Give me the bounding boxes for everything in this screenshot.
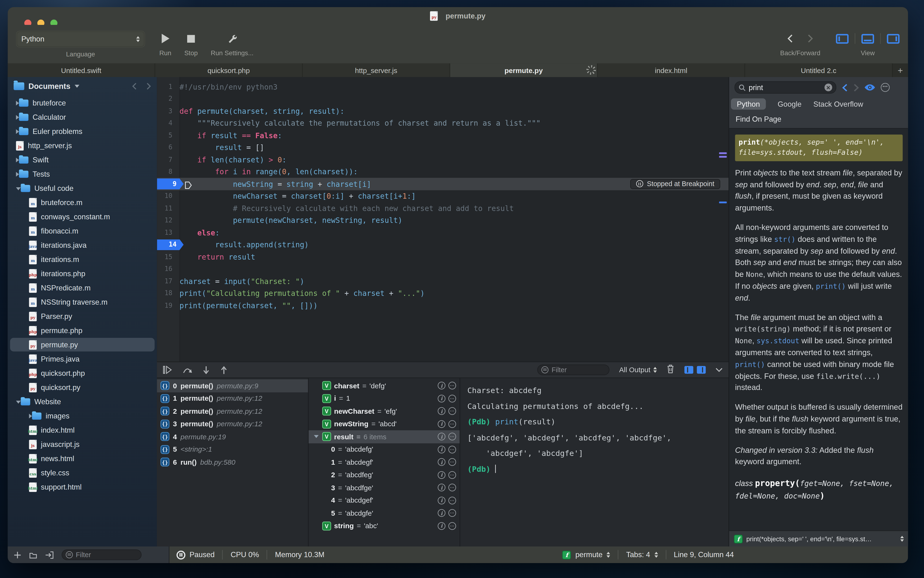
tree-item-quicksort.py[interactable]: pyquicksort.py — [8, 380, 157, 395]
stack-frame-3[interactable]: {}3permute()permute.py:12 — [157, 417, 308, 430]
variable-row-3[interactable]: 3='abcdfge'i... — [309, 481, 460, 494]
code-line-8[interactable]: 8 for i in range(0, len(charset)): — [157, 166, 729, 178]
tab-Untitled 2.c[interactable]: Untitled 2.c — [745, 63, 893, 77]
more-icon[interactable]: ... — [448, 420, 456, 428]
eye-icon[interactable] — [864, 84, 876, 91]
code-line-6[interactable]: 6 result = [] — [157, 141, 729, 153]
info-icon[interactable]: i — [438, 522, 446, 530]
tree-item-iterations.php[interactable]: phpiterations.php — [8, 267, 157, 281]
code-line-15[interactable]: 15 return result — [157, 251, 729, 263]
step-over-button[interactable] — [183, 366, 192, 374]
tree-item-NSString traverse.m[interactable]: mNSString traverse.m — [8, 295, 157, 309]
console-filter-input[interactable]: Filter — [537, 365, 610, 375]
sidebar-back-icon[interactable] — [132, 82, 137, 90]
more-icon[interactable]: ... — [448, 471, 456, 479]
info-icon[interactable]: i — [438, 458, 446, 466]
tab-http_server.js[interactable]: http_server.js — [303, 63, 450, 77]
tree-item-http_server.js[interactable]: jshttp_server.js — [8, 139, 157, 153]
code-line-12[interactable]: 12 permute(newCharset, newString, result… — [157, 214, 729, 226]
tab-index.html[interactable]: index.html — [598, 63, 745, 77]
info-icon[interactable]: i — [438, 382, 446, 390]
new-tab-button[interactable]: + — [893, 63, 908, 77]
variable-row-string[interactable]: Vstring='abc'i... — [309, 520, 460, 532]
variable-row-charset[interactable]: Vcharset='defg'i... — [309, 379, 460, 392]
stack-frame-2[interactable]: {}2permute()permute.py:12 — [157, 405, 308, 418]
variable-row-newString[interactable]: VnewString='abcd'i... — [309, 417, 460, 430]
tree-item-Tests[interactable]: Tests — [8, 167, 157, 181]
code-line-10[interactable]: 10 newCharset = charset[0:i] + charset[i… — [157, 190, 729, 202]
variable-row-0[interactable]: 0='abcdefg'i... — [309, 443, 460, 456]
more-icon[interactable]: ... — [448, 395, 456, 402]
add-file-icon[interactable] — [14, 551, 21, 559]
doc-forward-icon[interactable] — [854, 83, 859, 91]
doc-tab-Python[interactable]: Python — [731, 98, 766, 110]
tree-item-support.html[interactable]: htmlsupport.html — [8, 480, 157, 494]
reveal-in-finder-icon[interactable] — [45, 551, 54, 559]
info-icon[interactable]: i — [438, 395, 446, 402]
output-select[interactable]: All Output — [619, 366, 657, 374]
code-line-3[interactable]: 3def permute(charset, string, result): — [157, 105, 729, 117]
tree-item-Swift[interactable]: Swift — [8, 153, 157, 167]
tree-item-Primes.java[interactable]: javaPrimes.java — [8, 352, 157, 366]
console-output[interactable]: Charset: abcdefgCalculating permutations… — [460, 378, 729, 547]
code-line-16[interactable]: 16 — [157, 263, 729, 275]
more-icon[interactable]: ... — [448, 497, 456, 504]
stack-frame-1[interactable]: {}1permute()permute.py:12 — [157, 392, 308, 405]
code-line-4[interactable]: 4 """Recursively calculate the permutati… — [157, 117, 729, 129]
forward-icon[interactable] — [807, 34, 813, 43]
tab-quicksort.php[interactable]: quicksort.php — [155, 63, 303, 77]
info-icon[interactable]: i — [438, 509, 446, 517]
language-select[interactable]: Python — [16, 31, 145, 47]
more-icon[interactable]: ... — [448, 509, 456, 517]
sidebar-header[interactable]: Documents — [8, 77, 157, 95]
tree-item-Calculator[interactable]: Calculator — [8, 110, 157, 125]
clear-search-icon[interactable]: ✕ — [824, 84, 832, 91]
code-line-1[interactable]: 1#!/usr/bin/env python3 — [157, 81, 729, 93]
breakpoint-arrow-badge[interactable]: 9 — [157, 179, 184, 190]
doc-tab-Google[interactable]: Google — [778, 100, 801, 108]
step-out-button[interactable] — [220, 365, 227, 374]
tree-item-Website[interactable]: Website — [8, 395, 157, 409]
tree-item-iterations.m[interactable]: miterations.m — [8, 252, 157, 267]
info-icon[interactable]: i — [438, 471, 446, 479]
variable-row-1[interactable]: 1='abcdegf'i... — [309, 456, 460, 469]
stop-button[interactable] — [187, 31, 195, 46]
new-folder-icon[interactable] — [29, 551, 37, 559]
stack-frame-0[interactable]: {}0permute()permute.py:9 — [157, 379, 308, 392]
variable-row-2[interactable]: 2='abcdfeg'i... — [309, 468, 460, 481]
breakpoint-arrow-badge[interactable]: 14 — [157, 239, 184, 250]
more-icon[interactable]: ... — [448, 407, 456, 415]
variable-row-result[interactable]: Vresult=6 itemsi... — [309, 430, 460, 443]
tree-item-iterations.java[interactable]: javaiterations.java — [8, 238, 157, 252]
clear-console-button[interactable] — [667, 364, 675, 376]
doc-search-input[interactable]: print ✕ — [735, 81, 837, 94]
tree-item-news.html[interactable]: htmlnews.html — [8, 451, 157, 466]
variable-row-newCharset[interactable]: VnewCharset='efg'i... — [309, 405, 460, 418]
variable-row-4[interactable]: 4='abcdgef'i... — [309, 494, 460, 507]
tree-item-quicksort.php[interactable]: phpquicksort.php — [8, 366, 157, 380]
more-icon[interactable]: ... — [448, 522, 456, 530]
info-icon[interactable]: i — [438, 445, 446, 453]
code-line-11[interactable]: 11 # Recursively calculate with each new… — [157, 202, 729, 214]
back-icon[interactable] — [787, 34, 793, 43]
tree-item-style.css[interactable]: cssstyle.css — [8, 466, 157, 480]
code-line-7[interactable]: 7 if len(charset) > 0: — [157, 154, 729, 166]
tree-item-bruteforce.m[interactable]: mbruteforce.m — [8, 196, 157, 210]
continue-button[interactable] — [163, 366, 172, 374]
step-into-button[interactable] — [202, 365, 210, 374]
debug-layout-left-button[interactable] — [684, 366, 694, 374]
tree-item-NSPredicate.m[interactable]: mNSPredicate.m — [8, 281, 157, 295]
info-icon[interactable]: i — [438, 420, 446, 428]
tree-item-Euler problems[interactable]: Euler problems — [8, 125, 157, 139]
more-icon[interactable]: ... — [448, 458, 456, 466]
toggle-right-panel-button[interactable] — [887, 33, 900, 44]
code-line-5[interactable]: 5 if result == False: — [157, 129, 729, 141]
run-settings-button[interactable] — [227, 31, 237, 46]
code-line-13[interactable]: 13 else: — [157, 226, 729, 239]
tab-Untitled.swift[interactable]: Untitled.swift — [8, 63, 155, 77]
tab-permute.py[interactable]: permute.py — [450, 63, 598, 77]
tree-item-bruteforce[interactable]: bruteforce — [8, 96, 157, 110]
tree-item-Parser.py[interactable]: pyParser.py — [8, 309, 157, 324]
toggle-left-sidebar-button[interactable] — [836, 33, 849, 44]
collapse-panel-chevron-icon[interactable] — [715, 367, 723, 372]
